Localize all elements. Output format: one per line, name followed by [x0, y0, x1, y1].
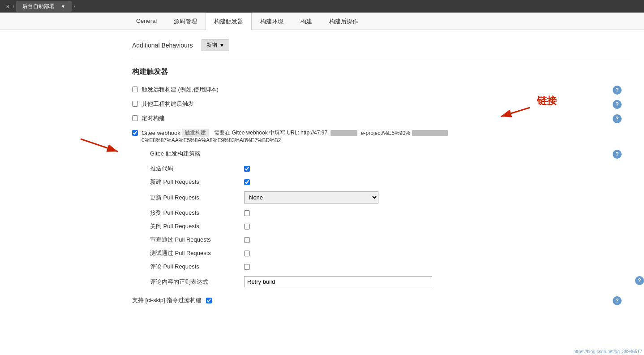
trigger-checkbox-other[interactable] — [132, 101, 138, 107]
breadcrumb-start: s — [6, 3, 9, 9]
trigger-row-remote: 触发远程构建 (例如,使用脚本) ? — [132, 86, 631, 94]
gitee-webhook-checkbox[interactable] — [132, 130, 138, 136]
trigger-checkbox-scheduled[interactable] — [132, 115, 138, 121]
strategy-label-regex: 评论内容的正则表达式 — [150, 278, 240, 286]
ci-skip-section: 支持 [ci-skip] 指令过滤构建 ? — [132, 296, 631, 304]
help-icon-gitee[interactable]: ? — [613, 150, 622, 159]
trigger-row-scheduled: 定时构建 ? — [132, 114, 631, 122]
tab-post-build[interactable]: 构建后操作 — [321, 13, 367, 30]
breadcrumb-arrow2: › — [73, 3, 75, 9]
breadcrumb-active-label: 后台自动部署 — [22, 3, 55, 10]
trigger-row-other: 其他工程构建后触发 ? — [132, 100, 631, 108]
additional-behaviours-label: Additional Behaviours — [132, 42, 193, 49]
strategy-checkbox-review-pr[interactable] — [244, 237, 250, 243]
breadcrumb-caret: ▼ — [61, 4, 65, 9]
strategy-label-push: 推送代码 — [150, 165, 240, 173]
active-breadcrumb[interactable]: 后台自动部署 ▼ — [16, 1, 72, 12]
strategy-input-regex[interactable] — [244, 276, 432, 287]
help-icon-ci-skip[interactable]: ? — [613, 296, 622, 305]
help-icon-other[interactable]: ? — [613, 100, 622, 109]
strategy-label-comment-pr: 评论 Pull Requests — [150, 263, 240, 271]
strategy-row-close-pr: 关闭 Pull Requests — [150, 222, 631, 230]
strategy-label-update-pr: 更新 Pull Requests — [150, 194, 240, 202]
new-button-caret: ▼ — [219, 42, 224, 48]
gitee-url-blurred2: ■■■■■■■■ — [412, 130, 448, 136]
strategy-row-new-pr: 新建 Pull Requests — [150, 178, 631, 186]
gitee-url-prefix: 需要在 Gitee webhook 中填写 URL: http://47.97. — [214, 129, 329, 137]
help-icon-remote[interactable]: ? — [613, 86, 622, 95]
ci-skip-label: 支持 [ci-skip] 指令过滤构建 — [132, 296, 202, 304]
strategy-label-test-pr: 测试通过 Pull Requests — [150, 249, 240, 257]
build-trigger-title: 构建触发器 — [132, 67, 631, 77]
gitee-webhook-label: Gitee webhook — [142, 130, 182, 136]
strategy-row-regex: 评论内容的正则表达式 ? — [150, 276, 631, 287]
gitee-strategy-title: Gitee 触发构建策略 — [150, 150, 631, 158]
strategy-label-accept-pr: 接受 Pull Requests — [150, 209, 240, 217]
gitee-url-path: project/%E5%90% — [365, 130, 410, 136]
strategy-row-push: 推送代码 — [150, 165, 631, 173]
strategy-row-test-pr: 测试通过 Pull Requests — [150, 249, 631, 257]
gitee-url-suffix: e- — [359, 130, 365, 136]
gitee-webhook-row: Gitee webhook 触发构建 需要在 Gitee webhook 中填写… — [132, 129, 631, 143]
tabs-bar: General 源码管理 构建触发器 构建环境 构建 构建后操作 — [0, 13, 644, 30]
build-trigger-section: 构建触发器 触发远程构建 (例如,使用脚本) ? 其他工程构建后触发 ? — [132, 67, 631, 304]
gitee-url-blurred1: ■■■■■■ — [331, 130, 357, 136]
gitee-strategy-section: ? Gitee 触发构建策略 推送代码 新建 Pull Requests — [150, 150, 631, 287]
strategy-checkbox-comment-pr[interactable] — [244, 264, 250, 270]
main-container: General 源码管理 构建触发器 构建环境 构建 构建后操作 Additio… — [0, 13, 644, 355]
strategy-row-accept-pr: 接受 Pull Requests — [150, 209, 631, 217]
content-area: Additional Behaviours 新增 ▼ 构建触发器 触发远程构建 … — [0, 30, 644, 355]
strategy-checkbox-close-pr[interactable] — [244, 224, 250, 229]
strategy-label-close-pr: 关闭 Pull Requests — [150, 222, 240, 230]
bottom-hint: https://blog.csdn.net/qq_38946517 — [572, 348, 644, 355]
top-bar: s › 后台自动部署 ▼ › — [0, 0, 644, 13]
tab-build[interactable]: 构建 — [292, 13, 321, 30]
help-icon-regex[interactable]: ? — [635, 276, 644, 285]
additional-behaviours-header: Additional Behaviours 新增 ▼ — [132, 39, 631, 58]
tab-build-trigger[interactable]: 构建触发器 — [206, 13, 252, 30]
trigger-label-scheduled: 定时构建 — [142, 114, 165, 122]
strategy-checkbox-test-pr[interactable] — [244, 251, 250, 256]
trigger-label-other: 其他工程构建后触发 — [142, 100, 194, 108]
trigger-rows: 触发远程构建 (例如,使用脚本) ? 其他工程构建后触发 ? 定时构建 ? — [132, 86, 631, 304]
strategy-checkbox-accept-pr[interactable] — [244, 210, 250, 216]
strategy-row-comment-pr: 评论 Pull Requests — [150, 263, 631, 271]
trigger-label-remote: 触发远程构建 (例如,使用脚本) — [142, 86, 219, 94]
strategy-row-review-pr: 审查通过 Pull Requests — [150, 236, 631, 244]
strategy-checkbox-new-pr[interactable] — [244, 179, 250, 185]
gitee-url-rest: 0%E8%87%AA%E5%8A%A8%E9%83%A8%E7%BD%B2 — [142, 137, 281, 143]
tab-general[interactable]: General — [128, 13, 165, 30]
help-icon-scheduled[interactable]: ? — [613, 114, 622, 123]
gitee-tag: 触发构建 — [182, 129, 209, 137]
strategy-label-new-pr: 新建 Pull Requests — [150, 178, 240, 186]
strategy-checkbox-push[interactable] — [244, 166, 250, 172]
tab-source[interactable]: 源码管理 — [165, 13, 206, 30]
strategy-select-update-pr[interactable]: None Open Closed — [244, 191, 378, 203]
new-button-label: 新增 — [206, 41, 217, 49]
new-button[interactable]: 新增 ▼ — [202, 39, 229, 51]
breadcrumb-arrow1: › — [13, 3, 14, 9]
strategy-label-review-pr: 审查通过 Pull Requests — [150, 236, 240, 244]
strategy-row-update-pr: 更新 Pull Requests None Open Closed — [150, 191, 631, 203]
tab-build-env[interactable]: 构建环境 — [252, 13, 292, 30]
ci-skip-checkbox[interactable] — [206, 298, 212, 303]
trigger-checkbox-remote[interactable] — [132, 87, 138, 92]
